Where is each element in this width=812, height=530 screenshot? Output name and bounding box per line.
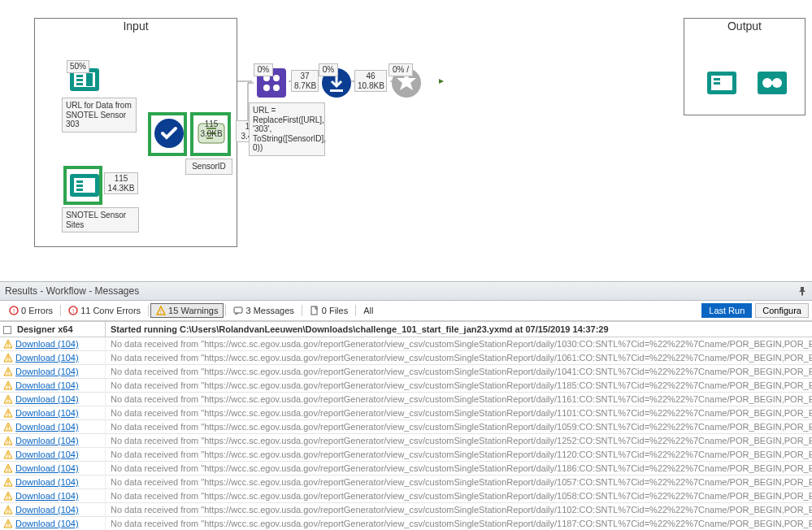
svg-rect-47	[7, 374, 8, 375]
table-row: Download (104) No data received from "ht…	[0, 393, 812, 406]
svg-rect-24	[330, 89, 343, 92]
tool-text-input-snotel[interactable]	[68, 169, 101, 202]
filter-conv-errors[interactable]: ! 11 Conv Errors	[63, 303, 146, 318]
pin-icon[interactable]	[797, 286, 807, 296]
tool-select[interactable]	[153, 117, 185, 150]
svg-rect-41	[4, 327, 11, 334]
download-link[interactable]: Download (104)	[15, 408, 79, 418]
download-link[interactable]: Download (104)	[15, 422, 79, 432]
warning-icon	[3, 463, 13, 473]
svg-rect-39	[234, 307, 242, 313]
results-panel-header[interactable]: Results - Workflow - Messages	[0, 281, 812, 301]
table-row: Download (104) No data received from "ht…	[0, 448, 812, 462]
warning-icon	[3, 380, 13, 390]
pill-snotel: 11514.3KB	[104, 172, 138, 194]
message-text: No data received from "https://wcc.sc.eg…	[106, 448, 812, 461]
message-text: No data received from "https://wcc.sc.eg…	[106, 476, 812, 489]
warning-icon: !	[156, 306, 166, 315]
download-link[interactable]: Download (104)	[15, 380, 79, 390]
download-link[interactable]: Download (104)	[15, 505, 79, 515]
error-icon: !	[9, 306, 19, 315]
download-link[interactable]: Download (104)	[15, 477, 79, 487]
svg-rect-49	[7, 388, 8, 389]
table-row: Download (104) No data received from "ht…	[0, 420, 812, 434]
pill-download: 378.7KB	[291, 70, 319, 92]
warning-icon	[3, 505, 13, 515]
svg-rect-54	[7, 425, 8, 428]
table-row: Download (104) No data received from "ht…	[0, 517, 812, 530]
svg-text:!: !	[72, 307, 74, 315]
table-row: Download (104) No data received from "ht…	[0, 462, 812, 476]
svg-point-22	[273, 85, 280, 91]
svg-rect-42	[7, 342, 8, 345]
workflow-canvas[interactable]: Input Output 50% URL for Data from SNOTE…	[0, 0, 812, 281]
svg-rect-14	[76, 185, 83, 187]
svg-rect-65	[7, 498, 8, 499]
svg-rect-33	[769, 81, 775, 85]
table-row: Download (104) No data received from "ht…	[0, 503, 812, 517]
last-run-button[interactable]: Last Run	[701, 303, 752, 318]
filter-messages[interactable]: 3 Messages	[228, 303, 299, 318]
warning-icon	[3, 422, 13, 432]
col-started: Started running C:\Users\RolandvanLeeuwe…	[106, 322, 812, 337]
warning-icon	[3, 367, 13, 376]
svg-rect-44	[7, 356, 8, 359]
message-text: No data received from "https://wcc.sc.eg…	[106, 351, 812, 364]
badge-download: 0%	[319, 63, 338, 76]
download-link[interactable]: Download (104)	[15, 450, 79, 459]
download-link[interactable]: Download (104)	[15, 367, 79, 376]
results-title: Results - Workflow - Messages	[5, 285, 139, 297]
message-text: No data received from "https://wcc.sc.eg…	[106, 489, 812, 502]
svg-rect-68	[7, 522, 8, 525]
tool-browse[interactable]	[756, 67, 788, 99]
message-text: No data received from "https://wcc.sc.eg…	[106, 406, 812, 419]
table-row: Download (104) No data received from "ht…	[0, 489, 812, 503]
svg-rect-29	[714, 82, 720, 85]
filter-errors[interactable]: ! 0 Errors	[3, 303, 59, 318]
download-link[interactable]: Download (104)	[15, 519, 79, 528]
download-link[interactable]: Download (104)	[15, 353, 79, 363]
svg-rect-51	[7, 402, 8, 402]
svg-rect-53	[7, 415, 8, 416]
message-icon	[233, 306, 243, 315]
svg-rect-10	[76, 83, 83, 85]
svg-rect-64	[7, 494, 8, 497]
configuration-button[interactable]: Configura	[755, 303, 809, 318]
conv-error-icon: !	[68, 306, 78, 315]
svg-marker-5	[439, 79, 444, 84]
container-output-title: Output	[684, 18, 805, 34]
download-link[interactable]: Download (104)	[15, 339, 79, 349]
warning-icon	[3, 450, 13, 459]
label-snotel-sites: SNOTEL Sensor Sites	[62, 207, 139, 232]
pill-dynamic: 4610.8KB	[354, 70, 387, 92]
checkbox-icon[interactable]	[3, 326, 11, 334]
table-row: Download (104) No data received from "ht…	[0, 379, 812, 393]
svg-rect-58	[7, 453, 8, 456]
svg-rect-15	[76, 189, 83, 191]
results-messages-table: Designer x64 Started running C:\Users\Ro…	[0, 321, 812, 530]
download-link[interactable]: Download (104)	[15, 463, 79, 473]
warning-icon	[3, 353, 13, 363]
svg-rect-62	[7, 480, 8, 484]
warning-icon	[3, 491, 13, 501]
filter-files[interactable]: 0 Files	[304, 303, 354, 318]
table-row: Download (104) No data received from "ht…	[0, 434, 812, 448]
message-text: No data received from "https://wcc.sc.eg…	[106, 365, 812, 378]
table-row: Download (104) No data received from "ht…	[0, 365, 812, 379]
svg-rect-59	[7, 457, 8, 458]
warning-icon	[3, 477, 13, 487]
svg-rect-57	[7, 443, 8, 444]
label-sensorid: SensorID	[185, 159, 232, 175]
svg-rect-61	[7, 471, 8, 471]
download-link[interactable]: Download (104)	[15, 394, 79, 404]
filter-warnings[interactable]: ! 15 Warnings	[150, 303, 224, 318]
badge-50: 50%	[67, 60, 89, 73]
filter-all[interactable]: All	[358, 303, 379, 318]
tool-output-macro[interactable]	[706, 67, 738, 99]
svg-rect-67	[7, 512, 8, 513]
warning-icon	[3, 408, 13, 418]
message-text: No data received from "https://wcc.sc.eg…	[106, 420, 812, 433]
download-link[interactable]: Download (104)	[15, 491, 79, 501]
download-link[interactable]: Download (104)	[15, 436, 79, 445]
svg-rect-45	[7, 360, 8, 361]
